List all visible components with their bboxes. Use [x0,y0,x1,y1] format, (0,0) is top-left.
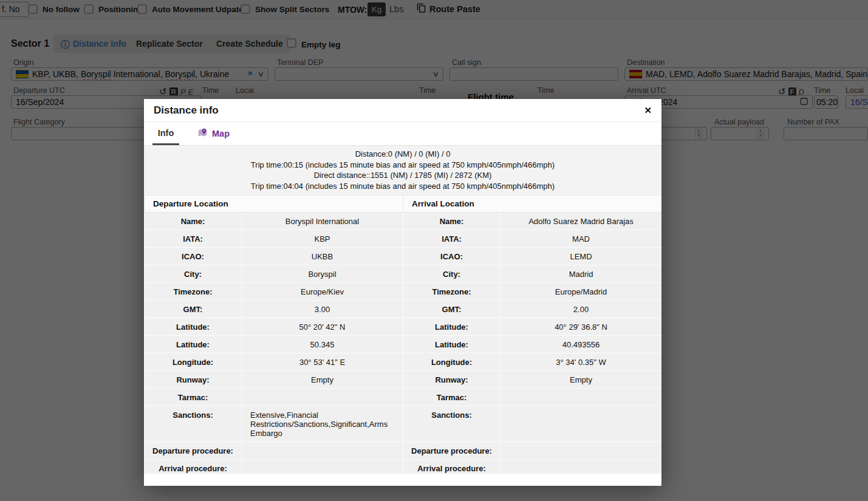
arrival-label-cell: Tarmac: [403,389,501,406]
arrival-value-cell: MAD [501,230,662,248]
departure-value-cell [242,460,403,474]
table-row: Runway:EmptyRunway:Empty [145,371,662,389]
arrival-value-cell: 2.00 [501,301,662,318]
arrival-value-cell: 3° 34' 0.35" W [501,353,662,371]
tab-map[interactable]: Map [194,122,233,145]
departure-value-cell: KBP [242,230,403,248]
arrival-label-cell: Timezone: [403,283,501,301]
arrival-value-cell [501,406,662,442]
table-row: Longitude:30° 53' 41" ELongitude:3° 34' … [145,353,662,371]
arrival-label-cell: Sanctions: [403,406,501,442]
departure-label-cell: Arrival procedure: [145,460,242,474]
departure-value-cell: Boryspil International [242,213,403,230]
departure-value-cell: Empty [242,371,403,389]
departure-label-cell: Sanctions: [145,406,242,442]
departure-label-cell: Latitude: [145,318,242,336]
departure-label-cell: Runway: [145,371,242,389]
table-row: GMT:3.00GMT:2.00 [145,301,662,318]
departure-value-cell [242,442,403,460]
distance-summary: Distance:0 (NM) / 0 (MI) / 0Trip time:00… [144,146,661,191]
departure-value-cell: 50° 20' 42" N [242,318,403,336]
departure-value-cell: UKBB [242,248,403,265]
departure-label-cell: City: [145,265,242,283]
departure-label-cell: Tarmac: [145,389,242,406]
arrival-label-cell: Latitude: [403,336,501,353]
arrival-value-cell: 40° 29' 36.8" N [501,318,662,336]
departure-label-cell: ICAO: [145,248,242,265]
departure-label-cell: Departure procedure: [145,442,242,460]
arrival-label-cell: ICAO: [403,248,501,265]
departure-label-cell: Longitude: [145,353,242,371]
departure-value-cell: Boryspil [242,265,403,283]
arrival-label-cell: IATA: [403,230,501,248]
app-window: f. No No follow Positioning Auto Movemen… [0,0,868,501]
departure-value-cell: Europe/Kiev [242,283,403,301]
departure-value-cell: Extensive,Financial Restrictions/Sanctio… [242,406,403,442]
table-row: Timezone:Europe/KievTimezone:Europe/Madr… [145,283,662,301]
distance-info-line: Trip time:04:04 (includes 15 minute bias… [144,181,661,192]
departure-label-cell: GMT: [145,301,242,318]
arrival-value-cell [501,460,662,474]
distance-info-line: Trip time:00:15 (includes 15 minute bias… [144,160,661,171]
table-row: Latitude:50.345Latitude:40.493556 [145,336,662,353]
arrival-value-cell: Adolfo Suarez Madrid Barajas [501,213,662,230]
table-row: IATA:KBPIATA:MAD [145,230,662,248]
arrival-value-cell: Empty [501,371,662,389]
modal-tabs: Info Map [144,122,661,146]
table-row: Name:Boryspil InternationalName:Adolfo S… [145,213,662,230]
table-row: Arrival procedure:Arrival procedure: [145,460,662,474]
arrival-label-cell: Departure procedure: [403,442,501,460]
arrival-label-cell: GMT: [403,301,501,318]
tab-info[interactable]: Info [152,122,179,145]
departure-value-cell: 3.00 [242,301,403,318]
close-icon[interactable]: ✕ [644,105,652,116]
modal-header: Distance info ✕ [144,99,661,122]
table-row: Departure procedure:Departure procedure: [145,442,662,460]
arrival-label-cell: Name: [403,213,501,230]
distance-info-line: Distance:0 (NM) / 0 (MI) / 0 [144,149,661,160]
arrival-label-cell: Runway: [403,371,501,389]
arrival-value-cell: LEMD [501,248,662,265]
departure-label-cell: Name: [145,213,242,230]
arrival-label-cell: Latitude: [403,318,501,336]
modal-title: Distance info [154,104,219,117]
departure-value-cell: 50.345 [242,336,403,353]
table-row: Latitude:50° 20' 42" NLatitude:40° 29' 3… [145,318,662,336]
departure-value-cell [242,389,403,406]
arrival-label-cell: Arrival procedure: [403,460,501,474]
arrival-label-cell: City: [403,265,501,283]
table-row: City:BoryspilCity:Madrid [145,265,662,283]
departure-value-cell: 30° 53' 41" E [242,353,403,371]
departure-label-cell: Timezone: [145,283,242,301]
arrival-value-cell [501,389,662,406]
arrival-value-cell: Europe/Madrid [501,283,662,301]
modal-body: Distance:0 (NM) / 0 (MI) / 0Trip time:00… [144,146,661,474]
table-row: Tarmac:Tarmac: [145,389,662,406]
arrival-label-cell: Longitude: [403,353,501,371]
arrival-value-cell: Madrid [501,265,662,283]
table-row: Sanctions:Extensive,Financial Restrictio… [145,406,662,442]
departure-label-cell: Latitude: [145,336,242,353]
map-icon [197,128,208,140]
locations-table: Departure Location Arrival Location Name… [144,195,661,474]
arrival-value-cell: 40.493556 [501,336,662,353]
table-row: ICAO:UKBBICAO:LEMD [145,248,662,265]
table-header-row: Departure Location Arrival Location [145,196,662,213]
distance-info-line: Direct distance::1551 (NM) / 1785 (MI) /… [144,170,661,181]
arrival-location-header: Arrival Location [403,196,662,213]
arrival-value-cell [501,442,662,460]
departure-location-header: Departure Location [145,196,403,213]
distance-info-modal: Distance info ✕ Info Map Distance:0 (NM)… [144,99,661,486]
departure-label-cell: IATA: [145,230,242,248]
